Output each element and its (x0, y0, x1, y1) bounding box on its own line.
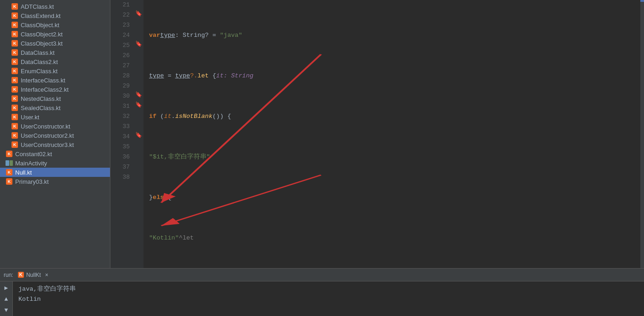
kt-file-icon: K (11, 132, 18, 139)
vertical-scrollbar[interactable] (640, 0, 644, 268)
line-num-27: 27 (114, 61, 130, 71)
kt-file-icon: K (11, 67, 18, 75)
gutter-bookmark-34: 🔖 (135, 132, 142, 139)
file-item-primary03[interactable]: K Primary03.kt (0, 177, 110, 186)
run-tab-icon: K (18, 272, 24, 278)
line-num-35: 35 (114, 142, 130, 152)
kt-file-icon: K (11, 141, 18, 148)
kt-file-icon: K (11, 95, 18, 102)
line-num-33: 33 (114, 122, 130, 132)
kt-file-icon: K (11, 30, 18, 38)
code-content[interactable]: var type: String? = "java" type = type?.… (144, 0, 640, 268)
line-num-34: 34 (114, 132, 130, 142)
run-output-line-1: java,非空白字符串 (18, 284, 638, 294)
kt-file-icon: K (11, 104, 18, 111)
gutter-bookmark-25: 🔖 (135, 41, 142, 47)
line-num-28: 28 (114, 71, 130, 81)
play-button[interactable]: ▶ (2, 283, 11, 293)
file-item-constant02[interactable]: K Constant02.kt (0, 149, 110, 158)
gutter-bookmark-30: 🔖 (135, 91, 142, 98)
kt-file-icon: K (11, 49, 18, 56)
line-num-25: 25 (114, 41, 130, 51)
code-text: var type: String? = "java" type = type?.… (144, 0, 640, 268)
scroll-up-button[interactable]: ▲ (2, 294, 11, 304)
file-item-userconstructor[interactable]: K UserConstructor.kt (0, 122, 110, 131)
line-num-38: 38 (114, 172, 130, 182)
file-item-userconstructor3[interactable]: K UserConstructor3.kt (0, 140, 110, 149)
kt-file-icon: K (11, 113, 18, 121)
editor-area: 21 22 23 24 25 26 27 28 29 30 31 32 33 3… (110, 0, 644, 268)
run-tab-nullkt[interactable]: K NullKt × (13, 269, 53, 281)
kt-file-icon: K (11, 123, 18, 130)
code-line-24: "$it,非空白字符串" (149, 152, 635, 162)
kt-file-icon: K (11, 12, 18, 19)
file-item-classobject[interactable]: K ClassObject.kt (0, 20, 110, 29)
line-num-32: 32 (114, 111, 130, 122)
file-item-classobject2[interactable]: K ClassObject2.kt (0, 29, 110, 39)
line-numbers: 21 22 23 24 25 26 27 28 29 30 31 32 33 3… (110, 0, 133, 268)
file-item-enumclass[interactable]: K EnumClass.kt (0, 66, 110, 76)
gutter-bookmark-22: 🔖 (135, 10, 142, 17)
file-item-classextend[interactable]: K ClassExtend.kt (0, 11, 110, 20)
main-area: K ADTClass.kt K ClassExtend.kt K ClassOb… (0, 0, 644, 268)
kt-file-icon: K (11, 58, 18, 65)
gutter-bookmark-31: 🔖 (135, 101, 142, 108)
gutter: 🔖 🔖 🔖 🔖 🔖 (133, 0, 144, 268)
kt-file-icon: K (11, 3, 18, 10)
kt-file-icon: K (11, 21, 18, 29)
file-item-null[interactable]: K Null.kt (0, 168, 110, 177)
kt-file-icon: K (6, 169, 13, 176)
run-controls: ▶ ▲ ▼ (0, 281, 13, 316)
kt-file-icon: K (11, 76, 18, 84)
line-num-23: 23 (114, 20, 130, 30)
run-panel: run: K NullKt × ▶ ▲ ▼ java,非空白字符串 Kotlin (0, 268, 644, 316)
file-item-userconstructor2[interactable]: K UserConstructor2.kt (0, 131, 110, 140)
run-label: run: (0, 272, 13, 278)
file-item-user[interactable]: K User.kt (0, 112, 110, 122)
line-num-29: 29 (114, 81, 130, 91)
line-num-31: 31 (114, 101, 130, 111)
code-line-25: }else{ (149, 193, 635, 203)
file-item-classobject3[interactable]: K ClassObject3.kt (0, 39, 110, 48)
kt-file-icon: K (6, 178, 13, 185)
line-num-30: 30 (114, 91, 130, 101)
activity-file-icon (6, 159, 13, 167)
file-tree: K ADTClass.kt K ClassExtend.kt K ClassOb… (0, 0, 110, 268)
line-num-24: 24 (114, 30, 130, 41)
file-item-nestedclass[interactable]: K NestedClass.kt (0, 94, 110, 103)
kt-file-icon: K (6, 150, 13, 158)
scroll-down-button[interactable]: ▼ (2, 305, 11, 315)
line-num-21: 21 (114, 0, 130, 10)
run-tabs: run: K NullKt × (0, 269, 644, 281)
run-content: ▶ ▲ ▼ java,非空白字符串 Kotlin (0, 281, 644, 316)
scrollbar-indicator (640, 0, 644, 2)
kt-file-icon: K (11, 86, 18, 93)
code-line-26: "Kotlin" ^let (149, 233, 635, 243)
file-item-dataclass2[interactable]: K DataClass2.kt (0, 57, 110, 66)
run-output-line-2: Kotlin (18, 294, 638, 304)
run-output: java,非空白字符串 Kotlin (13, 281, 644, 316)
file-item-interfaceclass2[interactable]: K InterfaceClass2.kt (0, 85, 110, 94)
file-item-mainactivity[interactable]: MainActivity (0, 158, 110, 168)
line-num-22: 22 (114, 10, 130, 20)
code-line-21: var type: String? = "java" (149, 30, 635, 41)
line-num-36: 36 (114, 152, 130, 162)
file-item-dataclass[interactable]: K DataClass.kt (0, 48, 110, 57)
file-item-interfaceclass[interactable]: K InterfaceClass.kt (0, 76, 110, 85)
code-container: 21 22 23 24 25 26 27 28 29 30 31 32 33 3… (110, 0, 644, 268)
line-num-37: 37 (114, 162, 130, 172)
file-item-sealedclass[interactable]: K SealedClass.kt (0, 103, 110, 112)
run-tab-label: NullKt (26, 272, 41, 278)
code-line-22: type = type?.let { it: String (149, 71, 635, 81)
code-line-23: if (it.isNotBlank()) { (149, 111, 635, 122)
run-tab-close[interactable]: × (45, 272, 48, 278)
file-item-adtclass[interactable]: K ADTClass.kt (0, 2, 110, 11)
kt-file-icon: K (11, 40, 18, 47)
line-num-26: 26 (114, 51, 130, 61)
